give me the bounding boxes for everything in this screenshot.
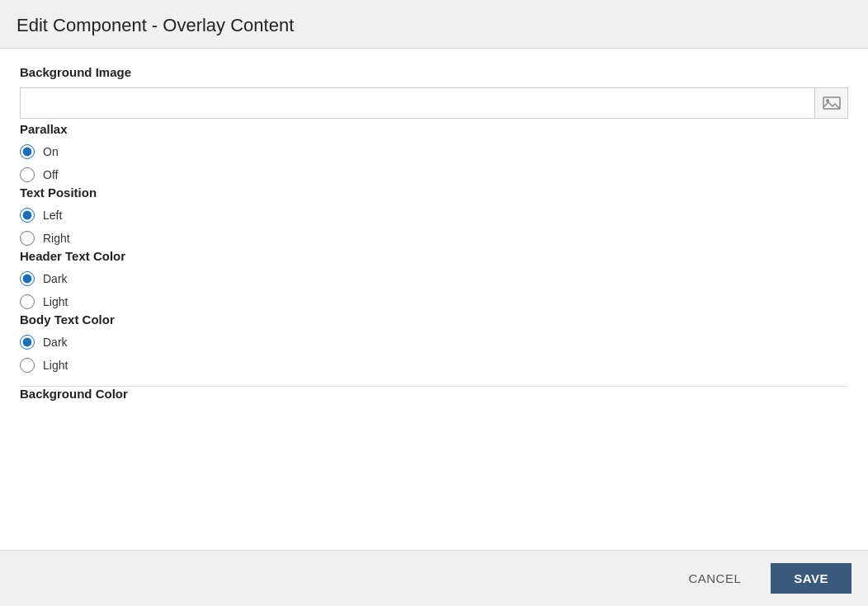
text-position-left-label: Left [43, 209, 62, 222]
header-text-color-light-radio[interactable] [20, 294, 35, 309]
body-text-color-radio-group: Dark Light [20, 335, 848, 373]
header-text-color-label: Header Text Color [20, 249, 848, 263]
body-text-color-label: Body Text Color [20, 312, 848, 326]
header-text-color-light-label: Light [43, 295, 68, 308]
image-picker-button[interactable] [815, 87, 848, 119]
body-text-color-dark-option[interactable]: Dark [20, 335, 848, 350]
header-text-color-dark-radio[interactable] [20, 271, 35, 286]
text-position-left-radio[interactable] [20, 208, 35, 223]
text-position-label: Text Position [20, 186, 848, 200]
background-image-section: Background Image [20, 65, 848, 119]
parallax-section: Parallax On Off [20, 122, 848, 182]
parallax-label: Parallax [20, 122, 848, 136]
modal-container: Edit Component - Overlay Content Backgro… [0, 0, 868, 606]
text-position-right-radio[interactable] [20, 231, 35, 246]
header-text-color-dark-label: Dark [43, 272, 68, 285]
header-text-color-section: Header Text Color Dark Light [20, 249, 848, 309]
parallax-off-radio[interactable] [20, 167, 35, 182]
body-text-color-light-option[interactable]: Light [20, 358, 848, 373]
image-icon [823, 96, 841, 110]
background-color-section: Background Color [20, 387, 848, 401]
body-text-color-dark-label: Dark [43, 336, 68, 349]
parallax-off-option[interactable]: Off [20, 167, 848, 182]
body-text-color-dark-radio[interactable] [20, 335, 35, 350]
text-position-left-option[interactable]: Left [20, 208, 848, 223]
body-text-color-section: Body Text Color Dark Light [20, 312, 848, 373]
parallax-off-label: Off [43, 168, 58, 181]
header-text-color-light-option[interactable]: Light [20, 294, 848, 309]
cancel-button[interactable]: CANCEL [665, 563, 764, 594]
header-text-color-radio-group: Dark Light [20, 271, 848, 309]
modal-header: Edit Component - Overlay Content [0, 0, 868, 48]
text-position-right-label: Right [43, 232, 70, 245]
body-text-color-light-label: Light [43, 359, 68, 372]
header-text-color-dark-option[interactable]: Dark [20, 271, 848, 286]
modal-title: Edit Component - Overlay Content [17, 15, 851, 36]
background-image-label: Background Image [20, 65, 848, 79]
body-text-color-light-radio[interactable] [20, 358, 35, 373]
parallax-on-option[interactable]: On [20, 144, 848, 159]
modal-footer: CANCEL SAVE [0, 550, 868, 606]
text-position-radio-group: Left Right [20, 208, 848, 246]
background-image-input-row [20, 87, 848, 119]
save-button[interactable]: SAVE [771, 563, 851, 594]
parallax-on-radio[interactable] [20, 144, 35, 159]
background-color-label: Background Color [20, 387, 848, 401]
background-image-input[interactable] [20, 87, 815, 119]
text-position-right-option[interactable]: Right [20, 231, 848, 246]
parallax-on-label: On [43, 145, 59, 158]
modal-body: Background Image Parallax On [0, 48, 868, 550]
parallax-radio-group: On Off [20, 144, 848, 182]
text-position-section: Text Position Left Right [20, 186, 848, 246]
